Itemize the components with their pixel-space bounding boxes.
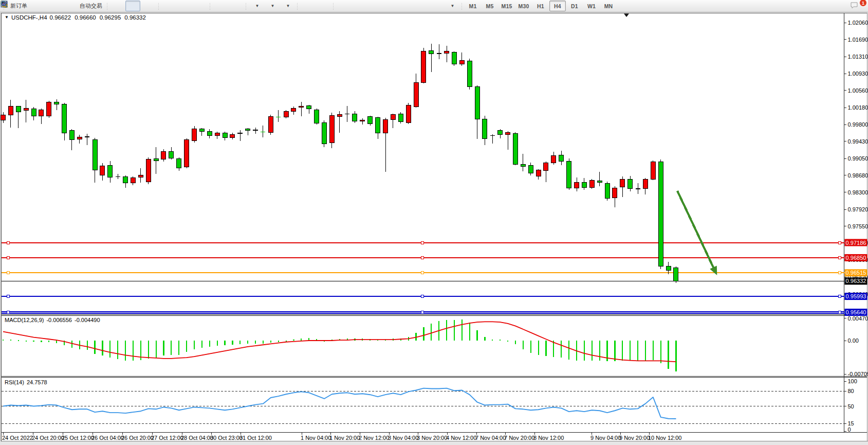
svg-text:0.96332: 0.96332 xyxy=(846,278,866,284)
collapse-triangle-icon[interactable]: ▼ xyxy=(5,15,9,20)
svg-text:26 Oct 20:00: 26 Oct 20:00 xyxy=(121,435,154,441)
svg-text:0.95993: 0.95993 xyxy=(846,293,866,299)
svg-text:80: 80 xyxy=(848,388,854,394)
timeframe-d1[interactable]: D1 xyxy=(566,1,583,11)
svg-text:0.99800: 0.99800 xyxy=(848,121,868,128)
crosshair-button[interactable] xyxy=(316,1,330,11)
zoom-in-button[interactable] xyxy=(161,1,176,11)
svg-text:7 Nov 04:00: 7 Nov 04:00 xyxy=(475,435,506,441)
toolbar-grip[interactable] xyxy=(460,2,463,10)
svg-text:2 Nov 12:00: 2 Nov 12:00 xyxy=(359,435,389,441)
signals-button[interactable] xyxy=(61,1,76,11)
timeframe-mn[interactable]: MN xyxy=(600,1,617,11)
svg-text:0.96850: 0.96850 xyxy=(846,255,866,261)
bar-chart-button[interactable] xyxy=(110,1,125,11)
svg-text:0.00: 0.00 xyxy=(848,337,859,344)
candlestick-chart-button[interactable] xyxy=(125,1,140,11)
svg-text:1.01690: 1.01690 xyxy=(848,37,868,43)
horizontal-line-button[interactable] xyxy=(352,1,366,11)
rsi-label: RSI(14) 24.7578 xyxy=(5,379,47,385)
svg-text:1 Nov 04:00: 1 Nov 04:00 xyxy=(301,435,331,441)
rsi-value: 24.7578 xyxy=(27,379,47,385)
auto-trading-button[interactable]: 自动交易 xyxy=(76,1,104,11)
svg-text:1.00930: 1.00930 xyxy=(848,70,868,77)
toolbar-grip[interactable] xyxy=(332,2,335,10)
svg-text:0.99430: 0.99430 xyxy=(848,138,868,145)
market-watch-button[interactable] xyxy=(45,1,60,11)
svg-text:4 Nov 12:00: 4 Nov 12:00 xyxy=(446,435,476,441)
svg-text:3 Nov 20:00: 3 Nov 20:00 xyxy=(417,435,447,441)
text-button[interactable]: A xyxy=(413,1,428,11)
new-order-label: 新订单 xyxy=(10,2,27,10)
svg-text:-0.007093: -0.007093 xyxy=(848,371,868,377)
svg-text:100: 100 xyxy=(848,378,857,384)
svg-text:1 Nov 20:00: 1 Nov 20:00 xyxy=(329,435,360,441)
svg-text:50: 50 xyxy=(848,403,854,410)
svg-text:10 Nov 12:00: 10 Nov 12:00 xyxy=(648,435,681,441)
svg-text:9 Nov 04:00: 9 Nov 04:00 xyxy=(590,435,621,441)
timeframe-m30[interactable]: M30 xyxy=(515,1,532,11)
svg-text:0.97186: 0.97186 xyxy=(846,240,866,246)
chart-shift-button[interactable] xyxy=(228,1,243,11)
svg-text:26 Oct 04:00: 26 Oct 04:00 xyxy=(91,435,124,441)
svg-text:31 Oct 12:00: 31 Oct 12:00 xyxy=(239,435,272,441)
candlestick-chart[interactable]: 1.020601.016901.013101.009301.005601.001… xyxy=(0,0,868,445)
search-button[interactable] xyxy=(834,1,849,11)
auto-scroll-button[interactable] xyxy=(213,1,228,11)
chevron-down-icon: ▼ xyxy=(286,4,290,8)
toolbar-grip[interactable] xyxy=(106,2,108,10)
timeframe-m5[interactable]: M5 xyxy=(482,1,498,11)
timeframe-h1[interactable]: H1 xyxy=(532,1,549,11)
cursor-button[interactable] xyxy=(300,1,315,11)
macd-label: MACD(12,26,9) -0.006556 -0.004490 xyxy=(5,317,100,323)
timeframe-m1[interactable]: M1 xyxy=(465,1,481,11)
svg-text:24 Oct 2022: 24 Oct 2022 xyxy=(2,435,33,441)
charts-button[interactable] xyxy=(30,1,45,11)
vertical-line-button[interactable] xyxy=(336,1,351,11)
svg-text:0.95640: 0.95640 xyxy=(846,309,866,315)
svg-text:27 Oct 12:00: 27 Oct 12:00 xyxy=(151,435,183,441)
arrows-button[interactable]: ▼ xyxy=(444,1,459,11)
timeframe-w1[interactable]: W1 xyxy=(583,1,600,11)
toolbar-grip[interactable] xyxy=(296,2,299,10)
main-toolbar: 新订单 自动交易 xyxy=(0,0,868,12)
fibonacci-button[interactable]: F xyxy=(398,1,413,11)
svg-text:0.98300: 0.98300 xyxy=(848,189,868,195)
ohlc-open: 0.96622 xyxy=(50,14,71,21)
equidistant-channel-button[interactable]: E xyxy=(382,1,397,11)
timeframe-h4[interactable]: H4 xyxy=(549,1,566,11)
svg-text:30 Oct 23:00: 30 Oct 23:00 xyxy=(210,435,243,441)
templates-button[interactable]: ▼ xyxy=(280,1,294,11)
svg-text:0.004703: 0.004703 xyxy=(848,315,868,322)
new-order-button[interactable]: 新订单 xyxy=(7,1,29,11)
toolbar-grip[interactable] xyxy=(157,2,160,10)
svg-text:0.97550: 0.97550 xyxy=(848,223,868,229)
trendline-button[interactable] xyxy=(367,1,382,11)
auto-trading-label: 自动交易 xyxy=(80,2,102,10)
chevron-down-icon: ▼ xyxy=(451,4,455,8)
toolbar-grip[interactable] xyxy=(245,2,247,10)
indicators-button[interactable]: ▼ xyxy=(249,1,264,11)
notifications-button[interactable]: 1 xyxy=(849,1,864,11)
svg-text:0.99050: 0.99050 xyxy=(848,155,868,162)
toolbar-grip[interactable] xyxy=(209,2,211,10)
chart-symbol-period: USDCHF-,H4 xyxy=(11,14,47,21)
timeframe-m15[interactable]: M15 xyxy=(498,1,515,11)
periods-button[interactable]: ▼ xyxy=(264,1,279,11)
notification-badge: 1 xyxy=(859,0,867,7)
svg-text:3 Nov 04:00: 3 Nov 04:00 xyxy=(388,435,418,441)
text-label-button[interactable]: T xyxy=(429,1,444,11)
svg-text:0: 0 xyxy=(848,426,851,433)
line-chart-button[interactable] xyxy=(141,1,156,11)
chart-title: ▼ USDCHF-,H4 0.96622 0.96660 0.96295 0.9… xyxy=(5,14,146,21)
ohlc-low: 0.96295 xyxy=(100,14,121,21)
svg-text:7 Nov 20:00: 7 Nov 20:00 xyxy=(504,435,534,441)
chevron-down-icon: ▼ xyxy=(271,4,275,8)
svg-text:1.00560: 1.00560 xyxy=(848,87,868,94)
svg-text:0.96515: 0.96515 xyxy=(846,270,866,276)
svg-text:9 Nov 20:00: 9 Nov 20:00 xyxy=(619,435,650,441)
zoom-out-button[interactable] xyxy=(177,1,192,11)
chevron-down-icon: ▼ xyxy=(255,4,260,8)
tile-windows-button[interactable] xyxy=(192,1,207,11)
svg-text:0.97920: 0.97920 xyxy=(848,206,868,212)
